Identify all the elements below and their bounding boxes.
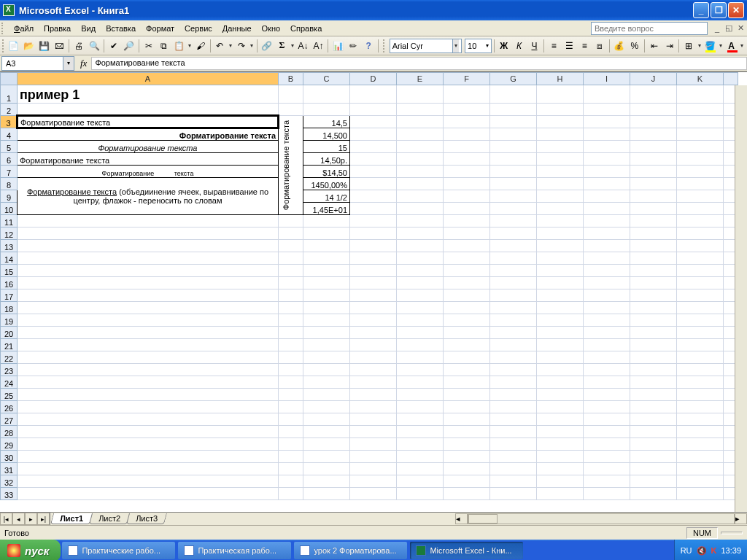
col-header-E[interactable]: E — [397, 73, 444, 85]
row-header-26[interactable]: 26 — [1, 401, 18, 413]
font-name-dropdown[interactable]: Arial Cyr▾ — [390, 39, 462, 53]
tray-icon-antivirus[interactable]: K — [711, 546, 717, 555]
cell-A1[interactable]: пример 1 — [18, 85, 279, 104]
row-header-15[interactable]: 15 — [1, 265, 18, 277]
align-left-button[interactable]: ≡ — [546, 38, 561, 54]
cell-C9[interactable]: 14 1/2 — [303, 190, 350, 203]
taskbar-item-2[interactable]: Практическая рабо... — [178, 542, 291, 559]
format-painter-button[interactable]: 🖌 — [193, 38, 208, 54]
copy-button[interactable]: ⧉ — [157, 38, 171, 54]
col-header-H[interactable]: H — [537, 73, 584, 85]
row-header-29[interactable]: 29 — [1, 438, 18, 451]
row-header-22[interactable]: 22 — [1, 351, 18, 364]
row-header-2[interactable]: 2 — [1, 104, 18, 116]
undo-button[interactable]: ↶ — [212, 38, 227, 54]
menu-view[interactable]: Вид — [76, 23, 101, 34]
maximize-button[interactable]: ❐ — [711, 2, 727, 18]
font-size-dropdown[interactable]: 10▾ — [465, 39, 492, 53]
col-header-K[interactable]: K — [677, 73, 724, 85]
cell-C5[interactable]: 15 — [303, 141, 350, 153]
row-header-4[interactable]: 4 — [1, 128, 18, 141]
tab-next-button[interactable]: ▸ — [25, 513, 37, 525]
redo-dropdown[interactable]: ▾ — [249, 42, 255, 49]
increase-indent-button[interactable]: ⇥ — [662, 38, 677, 54]
print-button[interactable]: 🖨 — [71, 38, 86, 54]
row-header-20[interactable]: 20 — [1, 327, 18, 339]
permission-button[interactable]: 🖂 — [52, 38, 66, 54]
row-header-21[interactable]: 21 — [1, 339, 18, 351]
italic-button[interactable]: К — [512, 38, 527, 54]
sheet-tab-1[interactable]: Лист1 — [50, 513, 93, 524]
row-header-6[interactable]: 6 — [1, 153, 18, 166]
doc-minimize-button[interactable]: _ — [712, 23, 722, 34]
row-header-19[interactable]: 19 — [1, 314, 18, 327]
name-box[interactable]: A3 ▾ — [1, 56, 74, 71]
cell-A4[interactable]: Форматирование текста — [18, 128, 279, 141]
hyperlink-button[interactable]: 🔗 — [260, 38, 274, 54]
col-header-C[interactable]: C — [303, 73, 350, 85]
row-header-25[interactable]: 25 — [1, 389, 18, 401]
language-indicator[interactable]: RU — [681, 546, 692, 555]
align-center-button[interactable]: ☰ — [562, 38, 576, 54]
cell-C7[interactable]: $14,50 — [303, 166, 350, 178]
help-button[interactable]: ? — [361, 38, 376, 54]
col-header-G[interactable]: G — [490, 73, 537, 85]
row-header-12[interactable]: 12 — [1, 228, 18, 240]
start-button[interactable]: пуск — [0, 540, 61, 560]
cell-A7[interactable]: Форматирование текста — [18, 166, 279, 178]
cell-C10[interactable]: 1,45E+01 — [303, 203, 350, 215]
autosum-dropdown[interactable]: ▾ — [290, 42, 295, 49]
paste-dropdown[interactable]: ▾ — [187, 42, 193, 49]
cell-A6[interactable]: Форматирование текста — [18, 153, 279, 166]
row-header-11[interactable]: 11 — [1, 215, 18, 228]
paste-button[interactable]: 📋 — [172, 38, 187, 54]
cell-A3[interactable]: Форматирование текста — [18, 116, 279, 128]
toolbar-handle-3[interactable] — [383, 39, 387, 52]
col-header-F[interactable]: F — [444, 73, 490, 85]
tray-icon-volume[interactable]: 🔇 — [697, 546, 707, 556]
fontcolor-dropdown[interactable]: ▾ — [739, 42, 744, 49]
formula-input[interactable]: Форматирование текста — [91, 57, 747, 70]
row-header-30[interactable]: 30 — [1, 451, 18, 463]
row-header-9[interactable]: 9 — [1, 190, 18, 203]
underline-button[interactable]: Ч — [527, 38, 542, 54]
question-input[interactable] — [591, 22, 708, 35]
row-header-18[interactable]: 18 — [1, 302, 18, 314]
menu-window[interactable]: Окно — [257, 23, 286, 34]
chart-button[interactable]: 📊 — [330, 38, 345, 54]
borders-dropdown[interactable]: ▾ — [697, 42, 702, 49]
font-color-button[interactable]: A — [724, 38, 739, 54]
select-all-corner[interactable] — [1, 73, 18, 85]
cell-B3[interactable]: Форматирование текста — [279, 116, 303, 215]
fx-icon[interactable]: fx — [80, 58, 87, 69]
toolbar-handle[interactable] — [1, 23, 6, 34]
row-header-23[interactable]: 23 — [1, 364, 18, 376]
row-header-27[interactable]: 27 — [1, 413, 18, 426]
row-header-17[interactable]: 17 — [1, 289, 18, 302]
redo-button[interactable]: ↷ — [234, 38, 249, 54]
doc-restore-button[interactable]: ◱ — [724, 23, 734, 34]
cell-C6[interactable]: 14,50р. — [303, 153, 350, 166]
align-right-button[interactable]: ≡ — [577, 38, 592, 54]
vertical-scrollbar[interactable] — [735, 85, 747, 512]
sort-desc-button[interactable]: A↑ — [311, 38, 326, 54]
row-header-33[interactable]: 33 — [1, 488, 18, 500]
cell-C4[interactable]: 14,500 — [303, 128, 350, 141]
namebox-dropdown-icon[interactable]: ▾ — [63, 57, 74, 70]
preview-button[interactable]: 🔍 — [87, 38, 101, 54]
row-header-3[interactable]: 3 — [1, 116, 18, 128]
row-header-31[interactable]: 31 — [1, 463, 18, 475]
row-header-8[interactable]: 8 — [1, 178, 18, 190]
tab-prev-button[interactable]: ◂ — [12, 513, 25, 525]
taskbar-item-1[interactable]: Практические рабо... — [62, 542, 175, 559]
col-header-B[interactable]: B — [279, 73, 303, 85]
row-header-7[interactable]: 7 — [1, 166, 18, 178]
undo-dropdown[interactable]: ▾ — [228, 42, 233, 49]
doc-close-button[interactable]: ✕ — [735, 23, 746, 34]
bold-button[interactable]: Ж — [497, 38, 511, 54]
fill-color-button[interactable]: 🪣 — [703, 38, 717, 54]
cell-A5[interactable]: Форматирование текста — [18, 141, 279, 153]
autosum-button[interactable]: Σ — [274, 38, 289, 54]
col-header-J[interactable]: J — [630, 73, 677, 85]
merge-center-button[interactable]: ⧈ — [592, 38, 607, 54]
